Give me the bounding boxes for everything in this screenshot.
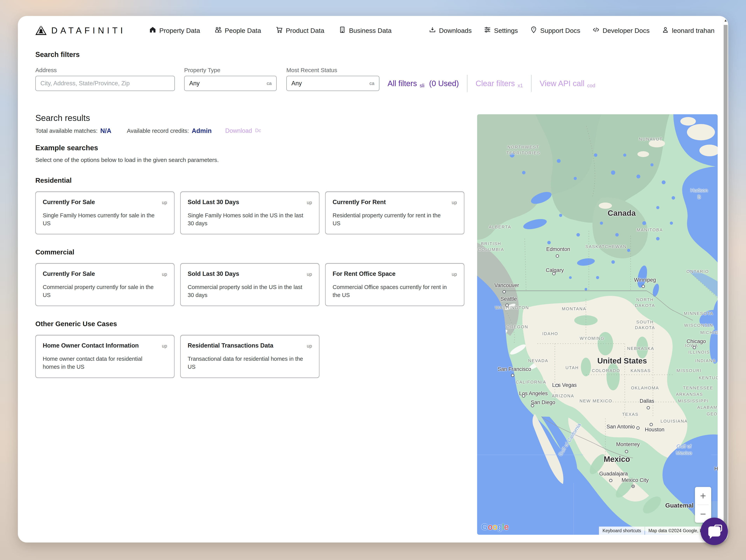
city-marker: [647, 406, 650, 409]
example-card[interactable]: Currently For SaleupCommercial property …: [35, 263, 174, 306]
all-filters-link[interactable]: All filterssli: [388, 79, 425, 88]
example-card[interactable]: Currently For RentupResidential property…: [325, 192, 464, 234]
property-type-select[interactable]: Any ca: [184, 76, 277, 91]
nav-developer-docs[interactable]: Developer Docs: [592, 26, 650, 35]
map-label: GEO: [707, 411, 717, 417]
top-navbar: DATAFINITI Property Data People Data Pro…: [18, 16, 728, 45]
address-placeholder: City, Address, State/Province, Zip: [40, 80, 130, 87]
scroll-up-arrow[interactable]: ▲: [723, 18, 728, 23]
example-card-title: Sold Last 30 Days: [188, 270, 239, 277]
building-icon: [339, 26, 346, 35]
map-attribution: Keyboard shortcuts Map data ©2024 Google…: [599, 527, 718, 535]
google-logo-letter: o: [493, 522, 497, 532]
download-link[interactable]: DownloadDc: [225, 127, 261, 134]
map-label: KENTUC: [699, 375, 718, 381]
example-card-description: Single Family Homes currently for sale i…: [43, 212, 159, 227]
google-logo-letter: l: [502, 522, 504, 532]
search-results-stats: Total available matches: N/A Available r…: [35, 127, 261, 135]
map-label: IOWA: [685, 343, 698, 348]
city-marker: [555, 384, 559, 387]
nav-product-data[interactable]: Product Data: [276, 26, 324, 35]
map-label: COLORADO: [592, 368, 620, 374]
view-api-call-link[interactable]: View API callcod: [540, 79, 595, 88]
map-label: ARIZONA: [552, 393, 574, 399]
example-card[interactable]: Home Owner Contact InformationupHome own…: [35, 335, 174, 378]
map-label: BRITISH COLUMBIA: [478, 241, 504, 252]
map-label: MISSISSIPPI: [678, 398, 709, 404]
nav-property-data[interactable]: Property Data: [149, 26, 200, 35]
address-input[interactable]: City, Address, State/Province, Zip: [35, 76, 175, 91]
map-label: NEVADA: [528, 358, 548, 364]
filter-links-row: All filterssli (0 Used) Clear filtersx1 …: [388, 76, 595, 91]
example-card[interactable]: Sold Last 30 DaysupSingle Family Homes s…: [180, 192, 319, 234]
nav-support-docs[interactable]: ? Support Docs: [530, 26, 580, 35]
status-label: Most Recent Status: [286, 67, 337, 74]
map-label: WASHINGTON: [495, 305, 529, 311]
google-logo[interactable]: Google: [481, 522, 509, 532]
download-icon: [429, 26, 436, 35]
brand-logo[interactable]: DATAFINITI: [35, 25, 126, 36]
search-filters-title: Search filters: [35, 51, 80, 59]
map-label: Chicago: [687, 338, 706, 344]
map-labels: NUNAVUTNORTHWEST TERRITORIESHudson BCana…: [477, 114, 718, 535]
example-card[interactable]: Residential Transactions DataupTransacti…: [180, 335, 319, 378]
google-map[interactable]: NUNAVUTNORTHWEST TERRITORIESHudson BCana…: [477, 114, 718, 535]
search-results-title: Search results: [35, 113, 90, 123]
city-marker: [503, 290, 506, 293]
code-icon: [592, 26, 600, 35]
map-label: ALBERTA: [489, 224, 511, 230]
upload-icon: up: [307, 200, 312, 205]
example-card[interactable]: For Rent Office SpaceupCommercial Office…: [325, 263, 464, 306]
example-sections: ResidentialCurrently For SaleupSingle Fa…: [35, 176, 482, 392]
map-label: San Diego: [531, 399, 555, 405]
example-card-description: Residential property currently for rent …: [333, 212, 449, 227]
keyboard-shortcuts-link[interactable]: Keyboard shortcuts: [599, 527, 644, 535]
nav-settings[interactable]: Settings: [484, 26, 518, 35]
code-small-icon: cod: [587, 83, 595, 88]
user-icon: [662, 26, 669, 35]
map-label: OKLAHOMA: [631, 385, 659, 391]
map-label: ILLINOIS: [688, 349, 710, 355]
nav-business-data[interactable]: Business Data: [339, 26, 392, 35]
city-marker: [636, 426, 640, 429]
zoom-in-button[interactable]: +: [695, 487, 711, 505]
x-icon: x1: [518, 83, 523, 88]
example-section-heading: Commercial: [35, 248, 482, 256]
example-card-title: Currently For Sale: [43, 199, 95, 206]
status-select[interactable]: Any ca: [286, 76, 379, 91]
map-label: ARKANSAS: [676, 391, 703, 397]
map-label: UTAH: [566, 365, 579, 371]
property-type-label: Property Type: [184, 67, 220, 74]
city-marker: [650, 423, 653, 426]
caret-down-icon: ca: [370, 81, 374, 86]
example-card[interactable]: Currently For SaleupSingle Family Homes …: [35, 192, 174, 234]
example-card-description: Commercial property sold in the US in th…: [188, 283, 304, 299]
example-card-description: Commercial Office spaces currently for r…: [333, 283, 449, 299]
example-card-row: Currently For SaleupSingle Family Homes …: [35, 192, 482, 234]
datafiniti-logo-icon: [35, 25, 47, 36]
map-label: Canada: [608, 209, 636, 218]
example-card-row: Currently For SaleupCommercial property …: [35, 263, 482, 306]
example-card-description: Commercial property currently for sale i…: [43, 283, 159, 299]
map-label: TENNESSEE: [683, 385, 713, 391]
clear-filters-link[interactable]: Clear filtersx1: [476, 79, 523, 88]
nav-people-data[interactable]: People Data: [214, 26, 261, 35]
city-marker: [511, 374, 514, 377]
sliders-small-icon: sli: [420, 83, 425, 88]
example-card-title: Home Owner Contact Information: [43, 342, 139, 349]
example-card[interactable]: Sold Last 30 DaysupCommercial property s…: [180, 263, 319, 306]
google-logo-letter: G: [481, 522, 488, 532]
vertical-scrollbar[interactable]: ▲ ▼: [723, 16, 728, 542]
google-logo-letter: g: [497, 522, 502, 532]
people-icon: [214, 26, 222, 35]
example-section-heading: Residential: [35, 176, 482, 184]
map-label: NORTHWEST TERRITORIES: [506, 144, 540, 156]
map-label: Hudson B: [690, 187, 708, 200]
example-card-title: Sold Last 30 Days: [188, 199, 239, 206]
chat-widget-button[interactable]: [700, 517, 728, 545]
nav-downloads[interactable]: Downloads: [429, 26, 472, 35]
nav-user-account[interactable]: leonard trahan: [662, 26, 715, 35]
scrollbar-thumb[interactable]: [724, 25, 727, 534]
map-label: LOUISIANA: [661, 418, 688, 424]
brand-wordmark: DATAFINITI: [51, 26, 126, 35]
